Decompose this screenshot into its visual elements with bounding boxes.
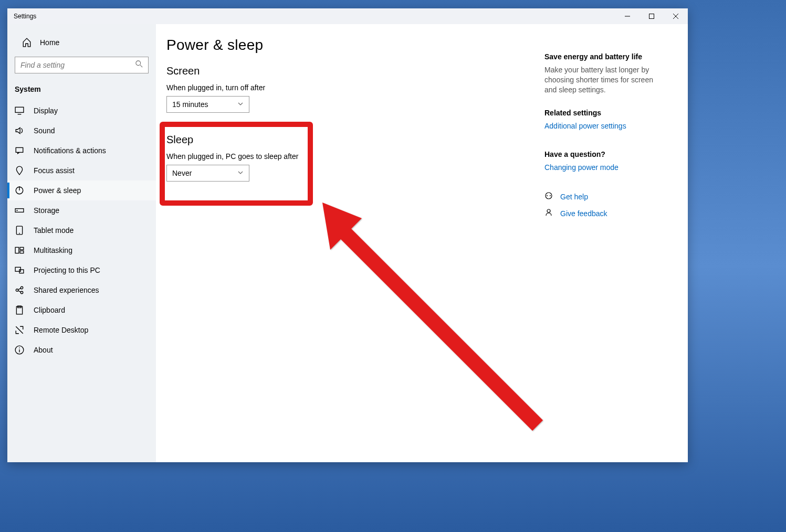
window-title: Settings <box>14 13 36 20</box>
sidebar-item-display[interactable]: Display <box>7 101 156 121</box>
svg-line-24 <box>18 291 21 292</box>
close-button[interactable] <box>664 8 688 24</box>
sidebar-item-label: Focus assist <box>34 166 75 175</box>
help-icon <box>544 191 553 202</box>
sidebar-item-multitasking[interactable]: Multitasking <box>7 240 156 260</box>
titlebar: Settings <box>7 8 688 24</box>
additional-power-settings-link[interactable]: Additional power settings <box>544 122 626 130</box>
sidebar: Home System Display Sound <box>7 24 156 462</box>
settings-window: Settings Home <box>7 8 688 462</box>
svg-point-32 <box>547 195 548 196</box>
screen-timeout-value: 15 minutes <box>172 100 208 109</box>
sidebar-item-focus-assist[interactable]: Focus assist <box>7 161 156 180</box>
clipboard-icon <box>15 305 24 315</box>
main-column: Power & sleep Screen When plugged in, tu… <box>156 37 544 462</box>
svg-point-31 <box>546 193 552 199</box>
question-heading: Have a question? <box>544 150 665 158</box>
power-icon <box>15 186 24 195</box>
sidebar-item-label: Display <box>34 107 58 115</box>
search-input[interactable] <box>15 61 130 69</box>
sidebar-item-about[interactable]: About <box>7 340 156 360</box>
focus-assist-icon <box>15 166 24 175</box>
sleep-heading: Sleep <box>166 134 534 146</box>
svg-point-4 <box>136 61 141 66</box>
chevron-down-icon <box>237 100 244 109</box>
sidebar-home[interactable]: Home <box>7 34 156 51</box>
about-icon <box>15 345 24 355</box>
sidebar-item-label: About <box>34 346 53 354</box>
feedback-label: Give feedback <box>560 209 607 218</box>
screen-label: When plugged in, turn off after <box>166 83 534 92</box>
screen-heading: Screen <box>166 65 534 77</box>
svg-line-23 <box>18 289 21 290</box>
sidebar-item-label: Clipboard <box>34 306 65 314</box>
sidebar-item-label: Power & sleep <box>34 186 81 195</box>
chevron-down-icon <box>237 169 244 177</box>
sidebar-item-storage[interactable]: Storage <box>7 200 156 220</box>
sidebar-item-remote-desktop[interactable]: Remote Desktop <box>7 320 156 340</box>
sidebar-home-label: Home <box>40 38 59 47</box>
sidebar-item-label: Multitasking <box>34 246 72 254</box>
search-wrap <box>7 57 156 73</box>
svg-rect-6 <box>15 107 24 112</box>
search-icon <box>130 60 148 70</box>
window-body: Home System Display Sound <box>7 24 688 462</box>
sleep-timeout-dropdown[interactable]: Never <box>166 165 249 182</box>
sidebar-category: System <box>7 82 156 101</box>
changing-power-mode-link[interactable]: Changing power mode <box>544 163 619 172</box>
sleep-section: Sleep When plugged in, PC goes to sleep … <box>166 123 534 182</box>
minimize-button[interactable] <box>615 8 640 24</box>
sidebar-item-projecting[interactable]: Projecting to this PC <box>7 260 156 280</box>
sidebar-item-label: Projecting to this PC <box>34 266 100 274</box>
give-feedback-link[interactable]: Give feedback <box>544 208 665 219</box>
svg-point-33 <box>550 195 551 196</box>
shared-icon <box>15 285 24 295</box>
sidebar-item-sound[interactable]: Sound <box>7 121 156 141</box>
svg-point-21 <box>20 286 23 289</box>
screen-timeout-dropdown[interactable]: 15 minutes <box>166 96 249 113</box>
svg-rect-17 <box>20 251 24 253</box>
minimize-icon <box>625 14 630 19</box>
energy-heading: Save energy and battery life <box>544 52 665 61</box>
window-controls <box>615 8 688 24</box>
svg-line-5 <box>140 65 142 67</box>
notifications-icon <box>15 146 24 155</box>
sidebar-item-shared-experiences[interactable]: Shared experiences <box>7 280 156 300</box>
sidebar-item-label: Shared experiences <box>34 286 99 294</box>
tablet-icon <box>15 226 24 235</box>
storage-icon <box>15 206 24 215</box>
sidebar-item-tablet-mode[interactable]: Tablet mode <box>7 220 156 240</box>
home-icon <box>22 38 32 47</box>
related-heading: Related settings <box>544 109 665 117</box>
maximize-button[interactable] <box>640 8 664 24</box>
search-box[interactable] <box>15 57 149 73</box>
help-label: Get help <box>560 193 588 201</box>
screen-section: Screen When plugged in, turn off after 1… <box>166 65 534 113</box>
maximize-icon <box>649 14 654 19</box>
svg-point-14 <box>19 233 20 234</box>
svg-rect-1 <box>649 14 654 19</box>
sidebar-item-label: Notifications & actions <box>34 146 106 155</box>
close-icon <box>673 14 678 19</box>
sidebar-item-label: Tablet mode <box>34 226 74 235</box>
remote-icon <box>15 325 24 335</box>
svg-point-22 <box>20 291 23 294</box>
energy-text: Make your battery last longer by choosin… <box>544 65 665 95</box>
page-title: Power & sleep <box>166 37 534 54</box>
sidebar-item-label: Remote Desktop <box>34 326 88 334</box>
sound-icon <box>15 126 24 135</box>
svg-point-12 <box>16 210 17 211</box>
sidebar-item-label: Storage <box>34 206 59 215</box>
sidebar-item-power-sleep[interactable]: Power & sleep <box>7 180 156 200</box>
svg-rect-16 <box>20 247 24 250</box>
sleep-timeout-value: Never <box>172 169 192 177</box>
svg-rect-8 <box>16 147 23 152</box>
svg-line-27 <box>16 326 23 334</box>
sidebar-item-clipboard[interactable]: Clipboard <box>7 300 156 320</box>
svg-point-34 <box>547 209 550 212</box>
svg-point-20 <box>16 289 18 292</box>
sidebar-item-label: Sound <box>34 126 55 135</box>
get-help-link[interactable]: Get help <box>544 191 665 202</box>
sidebar-item-notifications[interactable]: Notifications & actions <box>7 141 156 161</box>
projecting-icon <box>15 265 24 275</box>
